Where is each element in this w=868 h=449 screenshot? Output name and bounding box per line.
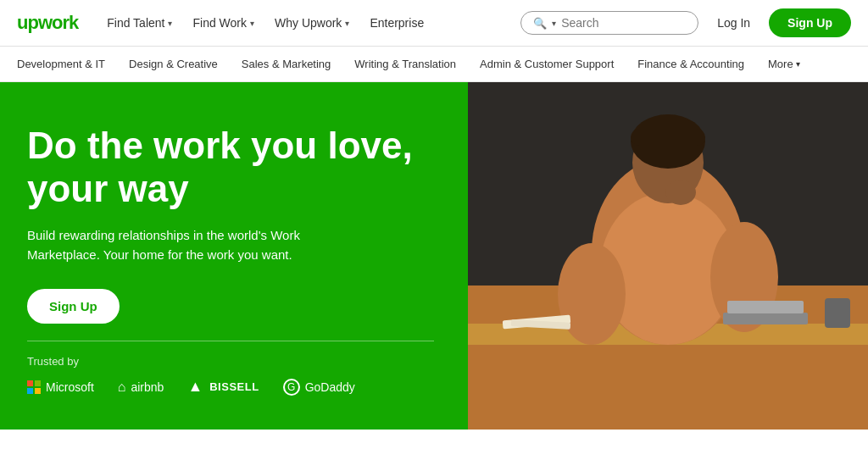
- upwork-logo[interactable]: upwork: [17, 12, 78, 34]
- hero-subtitle: Build rewarding relationships in the wor…: [27, 225, 315, 265]
- svg-rect-8: [631, 129, 705, 146]
- nav-right-section: 🔍 ▾ Log In Sign Up: [520, 8, 851, 37]
- enterprise-nav[interactable]: Enterprise: [361, 9, 432, 36]
- search-bar[interactable]: 🔍 ▾: [520, 11, 698, 35]
- svg-rect-12: [723, 313, 808, 324]
- find-talent-caret-icon: ▾: [168, 19, 172, 28]
- find-work-caret-icon: ▾: [250, 19, 254, 28]
- hero-image: [468, 82, 868, 430]
- cat-sales-marketing[interactable]: Sales & Marketing: [230, 47, 343, 82]
- cat-design-creative[interactable]: Design & Creative: [117, 47, 230, 82]
- search-input[interactable]: [561, 16, 686, 30]
- find-talent-nav[interactable]: Find Talent ▾: [98, 9, 181, 36]
- hero-signup-button[interactable]: Sign Up: [27, 289, 120, 324]
- login-button[interactable]: Log In: [709, 9, 759, 36]
- hero-title: Do the work you love, your way: [27, 125, 434, 210]
- hero-left-content: Do the work you love, your way Build rew…: [0, 82, 468, 430]
- airbnb-icon: ⌂: [118, 380, 126, 395]
- cat-admin-support[interactable]: Admin & Customer Support: [468, 47, 626, 82]
- bissell-icon: ▲: [187, 378, 203, 396]
- trusted-label: Trusted by: [27, 355, 434, 368]
- hero-text-block: Do the work you love, your way Build rew…: [27, 125, 434, 324]
- cat-writing-translation[interactable]: Writing & Translation: [342, 47, 468, 82]
- category-navigation: Development & IT Design & Creative Sales…: [0, 47, 868, 82]
- find-work-nav[interactable]: Find Work ▾: [184, 9, 263, 36]
- search-caret-icon: ▾: [552, 19, 556, 28]
- top-navigation: upwork Find Talent ▾ Find Work ▾ Why Upw…: [0, 0, 868, 47]
- trusted-section: Trusted by Microsoft ⌂ airbnb ▲: [27, 341, 434, 396]
- why-upwork-caret-icon: ▾: [345, 19, 349, 28]
- svg-point-11: [665, 180, 696, 205]
- svg-point-9: [558, 243, 626, 345]
- bissell-logo: ▲ BISSELL: [187, 378, 259, 396]
- trusted-logos: Microsoft ⌂ airbnb ▲ BISSELL G GoDaddy: [27, 378, 434, 396]
- signup-button-nav[interactable]: Sign Up: [769, 8, 851, 37]
- svg-rect-14: [825, 298, 850, 328]
- hero-section: Do the work you love, your way Build rew…: [0, 82, 868, 430]
- cat-finance-accounting[interactable]: Finance & Accounting: [626, 47, 756, 82]
- cat-development-it[interactable]: Development & IT: [17, 47, 117, 82]
- microsoft-icon: [27, 380, 41, 394]
- nav-links: Find Talent ▾ Find Work ▾ Why Upwork ▾ E…: [98, 9, 520, 36]
- airbnb-logo: ⌂ airbnb: [118, 380, 164, 395]
- godaddy-icon: G: [283, 379, 300, 396]
- trusted-divider: [27, 341, 434, 341]
- svg-rect-13: [727, 301, 804, 313]
- hero-illustration: [468, 82, 868, 430]
- microsoft-logo: Microsoft: [27, 380, 94, 394]
- search-icon: 🔍: [533, 17, 547, 30]
- godaddy-logo: G GoDaddy: [283, 379, 355, 396]
- why-upwork-nav[interactable]: Why Upwork ▾: [266, 9, 358, 36]
- cat-more[interactable]: More ▾: [756, 47, 812, 82]
- more-caret-icon: ▾: [796, 59, 800, 69]
